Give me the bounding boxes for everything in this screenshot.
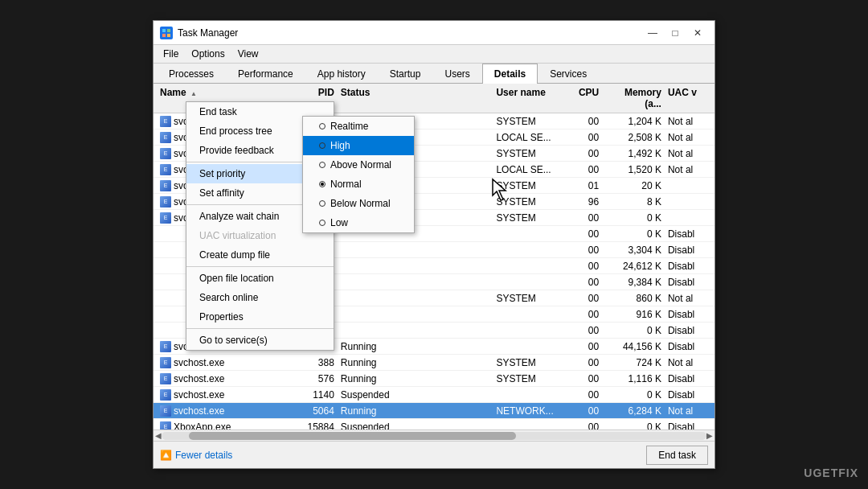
- sub-low-label: Low: [330, 217, 348, 228]
- svg-rect-3: [167, 34, 170, 37]
- sub-high-label: High: [330, 140, 350, 151]
- cell-uac: Disabl: [668, 421, 714, 430]
- menu-options[interactable]: Options: [185, 47, 231, 61]
- table-row[interactable]: Esvchost.exe 576 Running SYSTEM 00 1,116…: [154, 371, 714, 387]
- menu-file[interactable]: File: [157, 47, 185, 61]
- file-icon: E: [160, 212, 171, 224]
- tab-details[interactable]: Details: [482, 64, 538, 84]
- cell-mem: 6,284 K: [605, 405, 668, 417]
- cell-pid: 388: [294, 357, 341, 368]
- cell-name: Esvchost.exe: [154, 405, 294, 417]
- cell-mem: 1,204 K: [605, 116, 668, 127]
- cell-mem: 1,520 K: [605, 164, 668, 175]
- tab-app-history[interactable]: App history: [305, 64, 378, 84]
- cell-status: Suspended: [341, 389, 403, 401]
- cell-cpu: 00: [574, 325, 605, 336]
- radio-high: [319, 142, 326, 149]
- app-icon: [160, 27, 173, 39]
- cell-user: SYSTEM: [496, 357, 574, 368]
- col-header-user[interactable]: User name: [496, 87, 574, 109]
- cell-uac: Not al: [668, 132, 714, 143]
- sub-below-normal[interactable]: Below Normal: [303, 194, 414, 213]
- tab-startup[interactable]: Startup: [378, 64, 433, 84]
- watermark: UGETFIX: [804, 466, 858, 479]
- cell-cpu: 00: [574, 293, 605, 304]
- ctx-go-to-services[interactable]: Go to service(s): [186, 331, 334, 350]
- file-icon: E: [160, 373, 171, 384]
- cell-uac: Not al: [668, 148, 714, 159]
- cell-status: Running: [341, 373, 403, 384]
- sub-high[interactable]: High: [303, 136, 414, 155]
- table-row[interactable]: Esvchost.exe 5064 Running NETWORK... 00 …: [154, 403, 714, 419]
- menu-view[interactable]: View: [231, 47, 265, 61]
- cell-cpu: 00: [574, 164, 605, 175]
- cell-name: EXboxApp.exe: [154, 421, 294, 430]
- col-header-mem[interactable]: Memory (a...: [605, 87, 668, 109]
- cell-status: Running: [341, 357, 403, 368]
- cell-cpu: 00: [574, 261, 605, 272]
- table-row[interactable]: EXboxApp.exe 15884 Suspended 00 0 K Disa…: [154, 419, 714, 429]
- col-header-cpu[interactable]: CPU: [574, 87, 605, 109]
- scrollbar-thumb[interactable]: [189, 432, 516, 440]
- ctx-open-file-location[interactable]: Open file location: [186, 269, 334, 288]
- cell-uac: Not al: [668, 405, 714, 417]
- cell-user: SYSTEM: [496, 116, 574, 127]
- cell-cpu: 01: [574, 180, 605, 191]
- cell-cpu: 00: [574, 277, 605, 288]
- cell-cpu: 00: [574, 228, 605, 240]
- sub-realtime[interactable]: Realtime: [303, 117, 414, 136]
- cell-cpu: 00: [574, 357, 605, 368]
- cell-cpu: 00: [574, 148, 605, 159]
- close-button[interactable]: ✕: [687, 25, 708, 41]
- ctx-search-online[interactable]: Search online: [186, 288, 334, 307]
- cell-mem: 2,508 K: [605, 132, 668, 143]
- cell-name: Esvchost.exe: [154, 389, 294, 401]
- horizontal-scrollbar[interactable]: ◀ ▶: [154, 429, 714, 441]
- tab-services[interactable]: Services: [538, 64, 599, 84]
- bottom-bar: 🔼 Fewer details End task: [154, 441, 714, 468]
- cell-uac: Disabl: [668, 228, 714, 240]
- minimize-button[interactable]: —: [642, 25, 663, 41]
- ctx-create-dump-file[interactable]: Create dump file: [186, 245, 334, 265]
- cell-cpu: 00: [574, 341, 605, 352]
- fewer-details-button[interactable]: 🔼 Fewer details: [160, 450, 232, 461]
- table-row[interactable]: Esvchost.exe 1140 Suspended 00 0 K Disab…: [154, 387, 714, 403]
- radio-above-normal: [319, 162, 326, 168]
- cell-mem: 0 K: [605, 212, 668, 224]
- tab-processes[interactable]: Processes: [157, 64, 226, 84]
- table-row[interactable]: Esvchost.exe 388 Running SYSTEM 00 724 K…: [154, 355, 714, 371]
- ctx-properties[interactable]: Properties: [186, 307, 334, 327]
- col-header-status[interactable]: Status: [341, 87, 403, 109]
- ctx-sep-3: [186, 266, 334, 267]
- col-header-uac[interactable]: UAC v: [668, 87, 714, 109]
- cell-user: SYSTEM: [496, 293, 574, 304]
- tab-users[interactable]: Users: [432, 64, 481, 84]
- cell-mem: 0 K: [605, 325, 668, 336]
- file-icon: E: [160, 116, 171, 127]
- file-icon: E: [160, 357, 171, 368]
- cell-uac: Disabl: [668, 277, 714, 288]
- end-task-button[interactable]: End task: [646, 446, 708, 465]
- cell-mem: 3,304 K: [605, 244, 668, 256]
- ctx-sep-4: [186, 328, 334, 329]
- cell-name: Esvchost.exe: [154, 373, 294, 384]
- sub-above-normal[interactable]: Above Normal: [303, 155, 414, 175]
- file-icon: E: [160, 341, 171, 352]
- maximize-button[interactable]: □: [665, 25, 686, 41]
- cell-user: SYSTEM: [496, 196, 574, 208]
- tab-performance[interactable]: Performance: [226, 64, 305, 84]
- cell-user: SYSTEM: [496, 212, 574, 224]
- file-icon: E: [160, 196, 171, 208]
- cell-uac: Disabl: [668, 389, 714, 401]
- sub-above-normal-label: Above Normal: [330, 159, 391, 171]
- cell-user: NETWORK...: [496, 405, 574, 417]
- cell-user: SYSTEM: [496, 180, 574, 191]
- sub-normal[interactable]: Normal: [303, 175, 414, 194]
- sub-low[interactable]: Low: [303, 213, 414, 232]
- cell-cpu: 96: [574, 196, 605, 208]
- scrollbar-track[interactable]: [162, 432, 706, 440]
- cell-cpu: 00: [574, 132, 605, 143]
- cell-uac: Not al: [668, 293, 714, 304]
- radio-low: [319, 220, 326, 226]
- cell-mem: 1,492 K: [605, 148, 668, 159]
